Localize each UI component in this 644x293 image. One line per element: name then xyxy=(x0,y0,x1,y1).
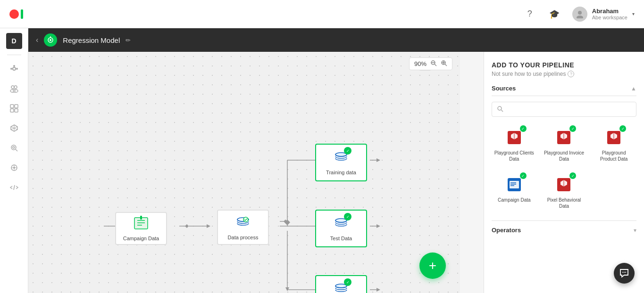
source-item-campaign[interactable]: ✓ Campaign Data xyxy=(492,171,537,213)
pipeline-title: Regression Model xyxy=(63,36,120,44)
sidebar-item-search[interactable] xyxy=(6,140,22,156)
test-data-label: Test Data xyxy=(330,236,352,241)
source-icon-wrap-pixel: ✓ xyxy=(553,174,574,195)
sources-toggle[interactable]: ▲ xyxy=(631,85,636,92)
svg-marker-52 xyxy=(285,287,289,291)
prediction-data-badge: ✓ xyxy=(344,278,351,286)
svg-point-4 xyxy=(16,68,18,70)
sidebar-item-ai[interactable] xyxy=(6,160,22,176)
source-icon-wrap-clients: ✓ xyxy=(504,127,525,148)
svg-line-25 xyxy=(14,185,15,190)
panel-title: ADD TO YOUR PIPELINE xyxy=(492,61,636,69)
svg-point-0 xyxy=(578,11,582,15)
help-icon[interactable]: ? xyxy=(568,71,574,77)
user-menu[interactable]: Abraham Abe workspace ▾ xyxy=(572,7,635,22)
test-data-badge: ✓ xyxy=(344,213,351,220)
training-data-badge: ✓ xyxy=(344,147,351,155)
data-process-icon xyxy=(235,215,251,230)
sidebar-divider xyxy=(7,55,21,55)
logo xyxy=(9,9,23,19)
campaign-data-label: Campaign Data xyxy=(123,236,159,241)
svg-rect-12 xyxy=(10,109,14,112)
user-workspace: Abe workspace xyxy=(592,15,627,20)
search-input[interactable] xyxy=(507,106,631,113)
node-training-data[interactable]: ✓ Training data xyxy=(315,144,367,181)
svg-point-88 xyxy=(622,272,623,273)
edit-icon[interactable]: ✏ xyxy=(125,37,131,44)
training-data-label: Training data xyxy=(326,170,356,175)
svg-point-3 xyxy=(10,68,12,70)
avatar xyxy=(572,7,587,22)
top-nav: ? 🎓 Abraham Abe workspace ▾ xyxy=(0,0,644,28)
right-panel: ADD TO YOUR PIPELINE Not sure how to use… xyxy=(484,52,644,293)
svg-point-89 xyxy=(624,272,625,273)
source-label-campaign: Campaign Data xyxy=(498,197,530,203)
svg-marker-41 xyxy=(207,224,210,228)
svg-point-27 xyxy=(50,39,51,41)
svg-rect-82 xyxy=(510,181,519,188)
svg-point-5 xyxy=(13,65,15,67)
header-bar: ‹ Regression Model ✏ xyxy=(28,28,644,52)
data-process-label: Data process xyxy=(228,235,259,240)
sidebar-item-node[interactable] xyxy=(6,61,22,77)
svg-rect-66 xyxy=(140,216,142,220)
user-name: Abraham xyxy=(592,8,627,15)
operators-section-header: Operators ▾ xyxy=(492,220,636,234)
source-label-clients: Playground Clients Data xyxy=(493,150,535,162)
add-node-button[interactable]: + xyxy=(419,252,446,279)
source-check-product: ✓ xyxy=(619,125,626,132)
source-label-pixel: Pixel Behavioral Data xyxy=(544,197,585,209)
source-item-product[interactable]: ✓ Playground Product Data xyxy=(591,123,636,166)
pipeline-icon xyxy=(44,33,57,47)
logo-circle xyxy=(9,9,19,19)
source-label-invoice: Playground Invoice Data xyxy=(544,150,585,162)
sidebar-item-graph[interactable] xyxy=(6,120,22,136)
svg-point-19 xyxy=(13,146,15,148)
back-button[interactable]: ‹ xyxy=(36,36,38,44)
chevron-down-icon: ▾ xyxy=(632,11,635,16)
sources-search-box[interactable] xyxy=(492,102,636,117)
node-campaign-data[interactable]: Campaign Data xyxy=(115,212,167,245)
chat-icon xyxy=(619,268,629,278)
svg-point-24 xyxy=(13,167,15,169)
svg-marker-57 xyxy=(376,158,380,162)
source-check-campaign: ✓ xyxy=(520,172,527,179)
node-test-data[interactable]: ✓ Test Data xyxy=(315,210,367,247)
sidebar-item-dashboard[interactable] xyxy=(6,100,22,116)
node-data-process[interactable]: Data process xyxy=(217,210,269,245)
sidebar-item-code[interactable] xyxy=(6,179,22,195)
operators-toggle[interactable]: ▾ xyxy=(634,227,636,234)
svg-point-2 xyxy=(13,67,16,70)
panel-subtitle: Not sure how to use pipelines ? xyxy=(492,71,636,77)
svg-rect-10 xyxy=(10,105,14,108)
svg-marker-61 xyxy=(376,288,380,292)
svg-point-72 xyxy=(498,106,502,110)
user-details: Abraham Abe workspace xyxy=(592,8,627,20)
source-icon-wrap-product: ✓ xyxy=(603,127,624,148)
left-sidebar: D xyxy=(0,28,28,293)
chat-button[interactable] xyxy=(614,263,635,284)
source-item-pixel[interactable]: ✓ Pixel Behavioral Data xyxy=(542,171,587,213)
source-label-product: Playground Product Data xyxy=(593,150,635,162)
source-check-invoice: ✓ xyxy=(569,125,576,132)
learn-button[interactable]: 🎓 xyxy=(548,8,561,21)
svg-point-7 xyxy=(14,86,17,89)
source-item-invoice[interactable]: ✓ Playground Invoice Data xyxy=(542,123,587,166)
svg-rect-13 xyxy=(15,109,18,112)
sources-grid: ✓ Playground Clients Data ✓ Playground I… xyxy=(492,123,636,213)
sidebar-item-users[interactable] xyxy=(6,81,22,97)
logo-bar xyxy=(21,9,23,19)
svg-point-18 xyxy=(11,145,16,150)
source-icon-wrap-campaign: ✓ xyxy=(504,174,525,195)
fab-icon: + xyxy=(429,258,436,273)
svg-marker-39 xyxy=(185,224,189,228)
svg-point-6 xyxy=(11,86,14,89)
svg-marker-59 xyxy=(376,224,380,228)
workspace-avatar: D xyxy=(6,33,22,49)
pipeline-canvas[interactable]: 90% xyxy=(28,52,460,293)
help-button[interactable]: ? xyxy=(523,8,536,21)
source-item-clients[interactable]: ✓ Playground Clients Data xyxy=(492,123,537,166)
node-prediction-data[interactable]: ✓ Prediction Data xyxy=(315,275,367,293)
search-icon xyxy=(497,106,503,114)
svg-rect-11 xyxy=(15,105,18,108)
